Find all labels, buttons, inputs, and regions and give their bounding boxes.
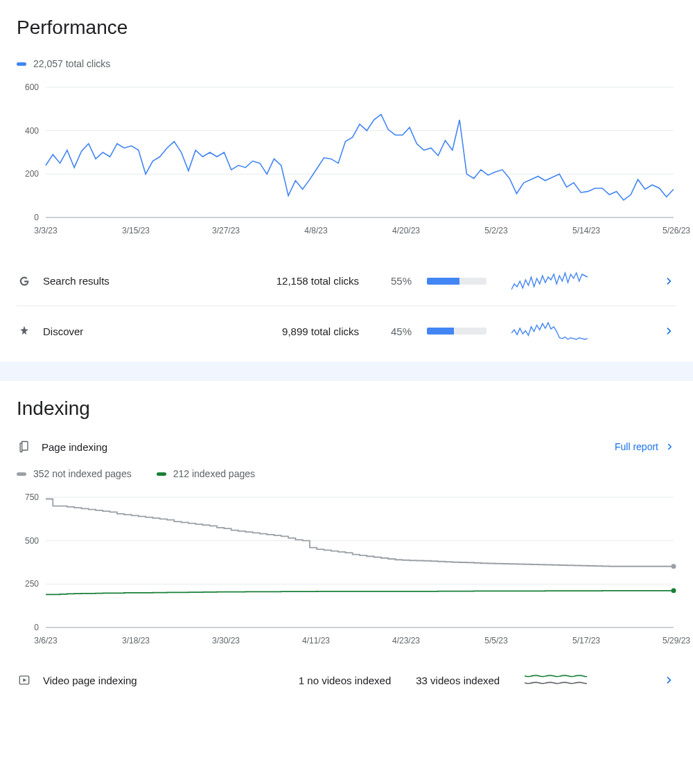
indexing-line-chart: 0250500750 (17, 492, 676, 630)
row-clicks: 9,899 total clicks (207, 326, 359, 337)
discover-icon (17, 323, 32, 339)
performance-title: Performance (17, 17, 676, 39)
svg-text:0: 0 (34, 213, 39, 220)
row-bar (427, 278, 486, 285)
page-indexing-header: Page indexing Full report (17, 439, 676, 454)
performance-section: Performance 22,057 total clicks 02004006… (0, 0, 693, 356)
pages-icon (17, 439, 32, 454)
legend-label: 22,057 total clicks (33, 58, 110, 69)
legend-label: 352 not indexed pages (33, 468, 132, 479)
legend-swatch (157, 472, 166, 476)
row-percent: 45% (370, 326, 412, 337)
row-label: Discover (43, 326, 195, 337)
video-metric-videos: 33 videos indexed (416, 675, 500, 686)
full-report-label: Full report (615, 441, 658, 452)
svg-text:0: 0 (34, 623, 39, 630)
chevron-right-icon[interactable] (663, 274, 676, 288)
indexing-section: Indexing Page indexing Full report 352 n… (0, 381, 693, 704)
video-sparkline (525, 670, 587, 690)
performance-line-chart: 0200400600 (17, 82, 676, 220)
performance-chart: 0200400600 3/3/233/15/233/27/234/8/234/2… (17, 82, 676, 240)
full-report-link[interactable]: Full report (615, 440, 676, 453)
svg-point-17 (672, 588, 676, 593)
row-clicks: 12,158 total clicks (207, 275, 359, 287)
svg-text:400: 400 (25, 126, 39, 136)
legend-not-indexed: 352 not indexed pages (17, 468, 132, 479)
performance-rows: Search results 12,158 total clicks 55% D… (17, 256, 676, 356)
svg-text:750: 750 (25, 492, 39, 502)
row-percent: 55% (370, 275, 412, 287)
row-label: Search results (43, 275, 195, 287)
indexing-x-axis: 3/6/233/18/233/30/234/11/234/23/235/5/23… (46, 633, 676, 650)
svg-text:500: 500 (25, 536, 39, 546)
section-divider (0, 362, 693, 381)
legend-total-clicks: 22,057 total clicks (17, 58, 110, 69)
google-icon (17, 274, 32, 289)
chevron-right-icon (664, 440, 676, 453)
legend-label: 212 indexed pages (173, 468, 255, 479)
video-pages-icon (17, 672, 32, 688)
page-indexing-label: Page indexing (42, 441, 107, 453)
row-sparkline (511, 271, 588, 291)
performance-x-axis: 3/3/233/15/233/27/234/8/234/20/235/2/235… (46, 223, 676, 240)
chevron-right-icon[interactable] (663, 324, 676, 338)
svg-text:200: 200 (25, 169, 39, 179)
svg-text:250: 250 (25, 579, 39, 589)
indexing-chart: 0250500750 3/6/233/18/233/30/234/11/234/… (17, 492, 676, 650)
video-indexing-label: Video page indexing (43, 675, 223, 686)
legend-swatch (17, 62, 26, 66)
legend-indexed: 212 indexed pages (157, 468, 255, 479)
svg-point-16 (672, 564, 676, 569)
row-video-indexing[interactable]: Video page indexing 1 no videos indexed … (17, 657, 676, 704)
row-discover[interactable]: Discover 9,899 total clicks 45% (17, 306, 676, 356)
row-search-results[interactable]: Search results 12,158 total clicks 55% (17, 256, 676, 306)
row-bar (427, 328, 486, 335)
legend-swatch (17, 472, 26, 476)
indexing-title: Indexing (17, 398, 676, 420)
performance-legend: 22,057 total clicks (17, 58, 676, 69)
row-sparkline (511, 321, 588, 341)
chevron-right-icon[interactable] (663, 673, 676, 687)
indexing-legend: 352 not indexed pages 212 indexed pages (17, 468, 676, 479)
svg-text:600: 600 (25, 82, 39, 92)
video-metric-no-videos: 1 no videos indexed (299, 675, 391, 686)
